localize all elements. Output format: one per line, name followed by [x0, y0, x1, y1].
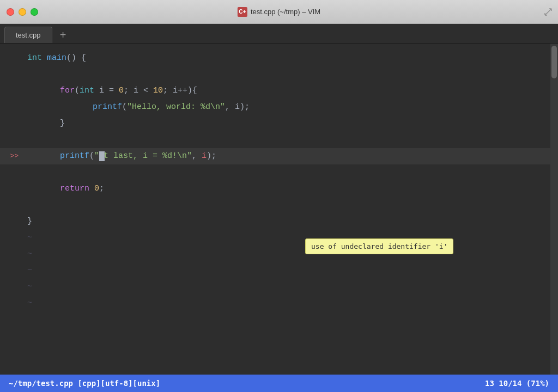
tilde-line-3: ~: [0, 262, 558, 279]
statusbar: ~/tmp/test.cpp [cpp][utf-8][unix] 13 10/…: [0, 375, 558, 392]
tilde-char: ~: [27, 295, 32, 311]
tilde-char: ~: [27, 262, 32, 279]
code-line-1: int main() {: [0, 50, 558, 66]
code-token: return: [60, 181, 89, 197]
code-line-11: }: [0, 213, 558, 230]
code-token: () {: [66, 50, 86, 66]
svg-line-3: [545, 12, 548, 15]
code-token: (: [75, 83, 80, 99]
code-token: "Hello, world: %d\n": [127, 99, 225, 115]
code-token: (: [122, 99, 127, 115]
window-title: C+ test.cpp (~/tmp) – VIM: [238, 7, 320, 17]
svg-line-0: [548, 9, 551, 12]
code-token: ": [94, 148, 99, 164]
titlebar: C+ test.cpp (~/tmp) – VIM: [0, 0, 558, 24]
tabbar: test.cpp +: [0, 24, 558, 44]
code-token: 10: [153, 83, 163, 99]
code-token: }: [27, 213, 32, 230]
code-line-5: }: [0, 115, 558, 132]
code-line-8: [0, 164, 558, 181]
new-tab-button[interactable]: +: [56, 27, 71, 42]
statusbar-filepath: ~/tmp/test.cpp [cpp][utf-8][unix]: [9, 379, 160, 388]
code-line-7: >> printf("t last, i = %d!\n", i);: [0, 148, 558, 164]
tilde-line-4: ~: [0, 279, 558, 295]
error-tooltip: use of undeclared identifier 'i': [305, 238, 453, 254]
code-token: int: [27, 50, 42, 66]
code-token: );: [207, 148, 216, 164]
tilde-char: ~: [27, 230, 32, 246]
code-line-9: return 0;: [0, 181, 558, 197]
scrollbar[interactable]: [550, 44, 558, 375]
code-token: 0: [94, 181, 99, 197]
tilde-line-2: ~: [0, 246, 558, 262]
maximize-button[interactable]: [31, 8, 38, 16]
statusbar-position: 13 10/14 (71%): [485, 379, 549, 388]
code-line-10: [0, 197, 558, 213]
editor-area: int main() { for(int i = 0; i < 10; i++)…: [0, 44, 558, 375]
tilde-char: ~: [27, 246, 32, 262]
code-token: i =: [94, 83, 119, 99]
tooltip-text: use of undeclared identifier 'i': [311, 242, 447, 250]
code-content: int main() { for(int i = 0; i < 10; i++)…: [0, 50, 558, 311]
code-token: [89, 181, 94, 197]
traffic-lights: [7, 8, 38, 16]
minimize-button[interactable]: [19, 8, 26, 16]
code-token: int: [80, 83, 94, 99]
tilde-line-5: ~: [0, 295, 558, 311]
code-token: }: [60, 115, 65, 132]
code-line-6: [0, 132, 558, 148]
code-token: for: [60, 83, 75, 99]
file-type-icon: C+: [238, 7, 247, 17]
code-token: main: [47, 50, 66, 66]
scrollbar-thumb[interactable]: [551, 46, 557, 78]
code-token: ; i++){: [163, 83, 197, 99]
close-button[interactable]: [7, 8, 14, 16]
resize-icon[interactable]: [544, 8, 553, 16]
code-token: ;: [99, 181, 104, 197]
tab-label: test.cpp: [16, 31, 41, 39]
code-line-4: printf("Hello, world: %d\n", i);: [0, 99, 558, 115]
code-token: (: [89, 148, 94, 164]
tab-test-cpp[interactable]: test.cpp: [4, 27, 52, 43]
code-token: ,: [192, 148, 202, 164]
code-token: i: [202, 148, 207, 164]
code-token: 0: [119, 83, 124, 99]
line-indicator: >>: [1, 148, 23, 164]
tilde-char: ~: [27, 279, 32, 295]
code-token: printf: [93, 99, 122, 115]
code-token: , i);: [225, 99, 250, 115]
code-token: printf: [60, 148, 89, 164]
code-token: [42, 50, 47, 66]
tilde-line-1: ~: [0, 230, 558, 246]
title-text: test.cpp (~/tmp) – VIM: [251, 8, 320, 16]
code-line-3: for(int i = 0; i < 10; i++){: [0, 83, 558, 99]
code-line-2: [0, 66, 558, 83]
code-token: t last, i = %d!\n": [104, 148, 192, 164]
code-token: ; i <: [124, 83, 153, 99]
